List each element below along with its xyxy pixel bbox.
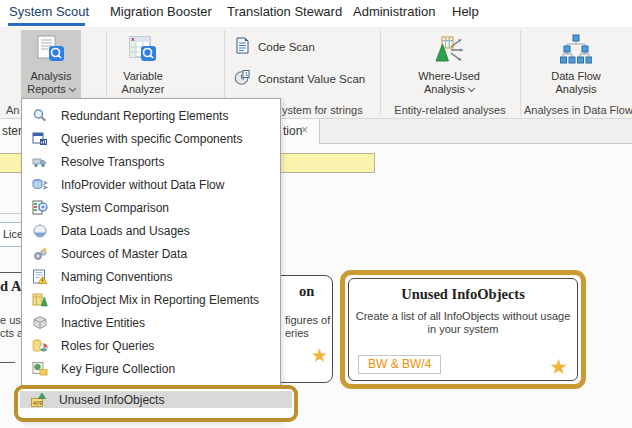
menu-item[interactable]: Key Figure Collection: [22, 357, 280, 380]
analysis-reports-dropdown-menu: Redundant Reporting Elements Queries wit…: [21, 98, 281, 422]
star-icon[interactable]: ★: [549, 355, 568, 379]
analysis-reports-icon: [35, 34, 67, 68]
menu-item[interactable]: Data Loads and Usages: [22, 219, 280, 242]
system-comparison-icon: [31, 199, 49, 216]
roles-queries-icon: [31, 337, 49, 354]
left-card-text-fragment: cts a: [0, 327, 23, 339]
svg-text:409: 409: [33, 400, 42, 406]
tab-system-scout[interactable]: System Scout: [9, 4, 89, 19]
infoprovider-cylinder-icon: [31, 176, 49, 193]
data-usage-pie-icon: [31, 222, 49, 239]
query-components-icon: [31, 130, 49, 147]
analysis-reports-label: Analysis Reports: [27, 70, 75, 95]
middle-card-text-fragment: figures of: [285, 314, 330, 326]
variable-analyzer-label: Variable Analyzer: [122, 70, 165, 95]
chevron-down-icon: [468, 84, 475, 91]
bw-version-badge: BW & BW/4: [358, 355, 441, 374]
group-label-data-flow-analyses: Analyses in Data Flow: [524, 104, 632, 116]
key-figure-collection-icon: [31, 360, 49, 377]
unused-infoobjects-card-highlight-ring: Unused InfoObjects Create a list of all …: [340, 270, 586, 389]
group-label-entity-analyses: Entity-related analyses: [383, 104, 517, 116]
unused-infoobjects-409-icon: 409: [29, 391, 47, 408]
variable-analyzer-icon: [127, 34, 159, 68]
constant-value-scan-label: Constant Value Scan: [258, 73, 365, 85]
app-window: System Scout Migration Booster Translati…: [0, 0, 632, 428]
tab-migration-booster[interactable]: Migration Booster: [110, 4, 212, 19]
card-description: Create a list of all InfoObjects without…: [355, 310, 571, 336]
middle-card-text-fragment: eries: [285, 327, 309, 339]
tab-translation-steward[interactable]: Translation Steward: [227, 4, 342, 19]
menu-item[interactable]: Roles for Queries: [22, 334, 280, 357]
menu-highlighted-slot: 409 Unused InfoObjects: [20, 391, 292, 408]
tab-administration[interactable]: Administration: [353, 4, 435, 19]
where-used-analysis-label: Where-Used Analysis: [418, 70, 480, 95]
group-label-fragment: An: [6, 104, 19, 116]
constant-value-scan-icon: 1: [234, 69, 251, 88]
unused-infoobjects-card[interactable]: Unused InfoObjects Create a list of all …: [348, 278, 578, 381]
active-tab-underline: [8, 23, 85, 26]
group-label-scan-strings: ystem for strings: [282, 104, 363, 116]
menu-item[interactable]: InfoObject Mix in Reporting Elements: [22, 288, 280, 311]
left-card-border: [0, 362, 15, 363]
analysis-reports-button[interactable]: Analysis Reports: [21, 30, 81, 100]
menu-item[interactable]: 409 Unused InfoObjects: [20, 391, 292, 408]
menu-item[interactable]: Inactive Entities: [22, 311, 280, 334]
panel-divider: [0, 213, 21, 214]
code-scan-label: Code Scan: [258, 41, 315, 53]
data-flow-analysis-label: Data Flow Analysis: [551, 70, 601, 95]
group-separator: [520, 30, 521, 116]
where-used-analysis-button[interactable]: Where-Used Analysis: [410, 30, 488, 100]
chevron-down-icon: [69, 84, 76, 91]
tab-help[interactable]: Help: [452, 4, 479, 19]
inactive-cube-icon: [31, 314, 49, 331]
star-icon[interactable]: ★: [311, 344, 328, 367]
constant-value-scan-button[interactable]: 1 Constant Value Scan: [234, 69, 365, 88]
app-tab-bar: System Scout Migration Booster Translati…: [0, 0, 632, 27]
variable-analyzer-button[interactable]: Variable Analyzer: [112, 30, 174, 100]
infoobject-mix-icon: [31, 291, 49, 308]
master-data-gears-icon: [31, 245, 49, 262]
data-flow-analysis-button[interactable]: Data Flow Analysis: [541, 30, 611, 100]
menu-item[interactable]: Redundant Reporting Elements: [22, 104, 280, 127]
code-scan-button[interactable]: Code Scan: [234, 37, 315, 56]
close-icon[interactable]: ×: [301, 123, 308, 137]
transport-truck-icon: [31, 153, 49, 170]
left-card-border: [0, 272, 21, 273]
data-flow-analysis-icon: [560, 34, 592, 68]
menu-item[interactable]: Naming Conventions: [22, 265, 280, 288]
menu-item-list: Redundant Reporting Elements Queries wit…: [22, 99, 280, 380]
middle-card-title-fragment: on: [299, 283, 314, 300]
menu-highlight-ring: 409 Unused InfoObjects: [14, 385, 298, 422]
menu-item[interactable]: Sources of Master Data: [22, 242, 280, 265]
menu-item[interactable]: System Comparison: [22, 196, 280, 219]
card-title: Unused InfoObjects: [349, 286, 577, 303]
code-scan-icon: [234, 37, 251, 56]
menu-item[interactable]: Resolve Transports: [22, 150, 280, 173]
where-used-analysis-icon: [432, 34, 466, 68]
doc-tab-label-fragment: tion: [283, 124, 302, 138]
group-separator: [380, 30, 381, 116]
menu-item[interactable]: InfoProvider without Data Flow: [22, 173, 280, 196]
menu-item[interactable]: Queries with specific Components: [22, 127, 280, 150]
left-card-title-fragment: d A: [0, 278, 21, 295]
naming-conventions-warning-icon: [31, 268, 49, 285]
magnifier-icon: [31, 107, 49, 124]
